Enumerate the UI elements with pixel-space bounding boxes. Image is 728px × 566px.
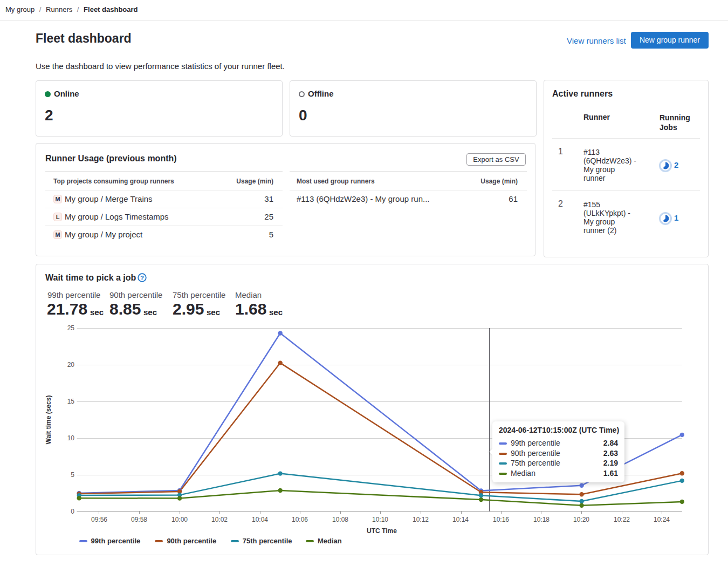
svg-text:Wait time (secs): Wait time (secs) <box>45 395 52 445</box>
svg-text:UTC Time: UTC Time <box>367 527 397 535</box>
